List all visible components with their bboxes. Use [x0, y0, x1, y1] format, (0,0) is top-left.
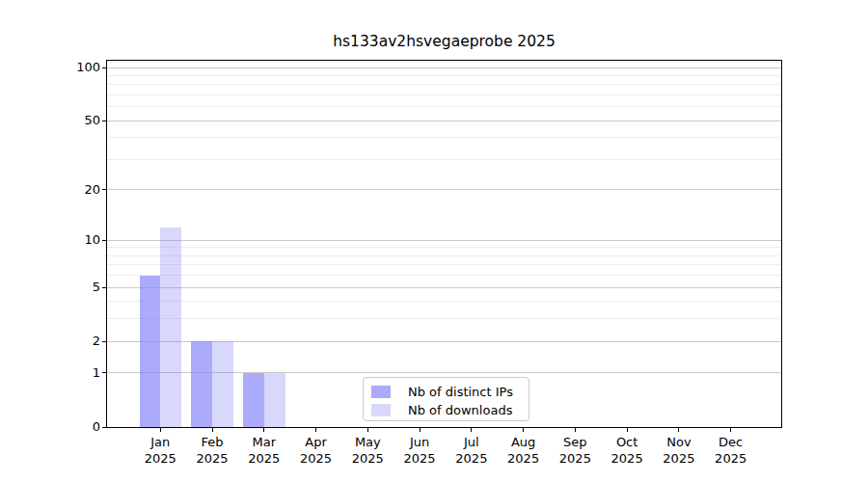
x-tick — [212, 428, 213, 432]
x-tick-month: Feb — [182, 434, 242, 450]
x-tick-year: 2025 — [338, 450, 397, 467]
x-tick-label: Dec2025 — [701, 434, 761, 467]
x-tick-label: Oct2025 — [597, 434, 657, 467]
x-tick — [263, 428, 264, 432]
x-tick-year: 2025 — [234, 450, 294, 467]
y-tick-label: 20 — [42, 181, 100, 199]
gridline-major — [107, 67, 781, 68]
x-tick — [523, 428, 524, 432]
x-tick-month: Nov — [649, 434, 709, 450]
x-tick — [367, 428, 368, 432]
x-tick — [315, 428, 316, 432]
x-tick-label: Aug2025 — [494, 434, 554, 467]
gridline-minor — [107, 255, 781, 256]
gridline-minor — [107, 301, 781, 302]
x-tick — [575, 428, 576, 432]
y-tick — [102, 67, 106, 68]
y-tick — [102, 240, 106, 241]
legend-swatch-downloads — [371, 404, 391, 416]
y-tick-label: 50 — [42, 112, 100, 129]
legend-swatch-distinct-ips — [371, 386, 391, 398]
legend-label-distinct-ips: Nb of distinct IPs — [408, 385, 513, 399]
x-tick-month: Jun — [390, 434, 449, 450]
gridline-minor — [107, 247, 781, 248]
bar-downloads — [212, 341, 233, 427]
y-tick — [102, 189, 106, 190]
x-tick — [160, 428, 161, 432]
y-tick-label: 10 — [42, 231, 100, 249]
gridline-major — [107, 189, 781, 190]
x-tick-year: 2025 — [130, 450, 190, 467]
x-tick — [420, 428, 420, 432]
bar-distinct-ips — [243, 373, 264, 427]
x-tick — [678, 428, 679, 432]
x-tick-year: 2025 — [442, 450, 502, 467]
legend-entry-downloads: Nb of downloads — [371, 402, 523, 418]
x-tick-label: Nov2025 — [649, 434, 709, 467]
gridline-minor — [107, 106, 781, 107]
legend: Nb of distinct IPs Nb of downloads — [363, 377, 529, 421]
plot-area — [106, 60, 782, 428]
x-tick — [627, 428, 628, 432]
gridline-minor — [107, 75, 781, 76]
y-tick — [102, 287, 106, 288]
gridline-major — [107, 287, 781, 288]
x-tick — [471, 428, 472, 432]
x-tick-month: Oct — [597, 434, 657, 450]
x-tick-label: Jun2025 — [390, 434, 449, 467]
x-tick-year: 2025 — [286, 450, 346, 467]
x-tick-year: 2025 — [390, 450, 449, 467]
x-tick-label: Sep2025 — [545, 434, 605, 467]
x-tick-month: Sep — [545, 434, 605, 450]
x-tick-year: 2025 — [182, 450, 242, 467]
gridline-minor — [107, 318, 781, 319]
x-tick-label: Jan2025 — [130, 434, 190, 467]
gridline-major — [107, 240, 781, 241]
x-tick-month: Mar — [234, 434, 294, 450]
bar-downloads — [160, 228, 181, 427]
y-tick-label: 5 — [42, 279, 100, 296]
x-tick-month: Jan — [130, 434, 190, 450]
x-tick-label: May2025 — [338, 434, 397, 467]
x-tick-year: 2025 — [545, 450, 605, 467]
x-tick-month: May — [338, 434, 397, 450]
x-tick-month: Dec — [701, 434, 761, 450]
y-tick — [102, 341, 106, 342]
x-tick-month: Apr — [286, 434, 346, 450]
gridline-major — [107, 120, 781, 121]
bar-distinct-ips — [191, 341, 212, 427]
x-tick-label: Mar2025 — [234, 434, 294, 467]
chart-title: hs133av2hsvegaeprobe 2025 — [106, 33, 782, 50]
x-tick-year: 2025 — [649, 450, 709, 467]
y-tick-label: 100 — [42, 59, 100, 76]
y-tick-label: 0 — [42, 418, 100, 436]
x-tick-year: 2025 — [597, 450, 657, 467]
y-tick-label: 2 — [42, 333, 100, 350]
gridline-minor — [107, 137, 781, 138]
x-tick-year: 2025 — [494, 450, 554, 467]
legend-entry-distinct-ips: Nb of distinct IPs — [371, 384, 523, 400]
legend-label-downloads: Nb of downloads — [408, 403, 512, 417]
gridline-minor — [107, 84, 781, 85]
y-tick — [102, 427, 106, 428]
x-tick-label: Apr2025 — [286, 434, 346, 467]
bar-distinct-ips — [140, 276, 161, 427]
x-tick-month: Aug — [494, 434, 554, 450]
y-tick — [102, 120, 106, 121]
gridline-minor — [107, 264, 781, 265]
gridline-minor — [107, 94, 781, 95]
bar-downloads — [264, 373, 285, 427]
gridline-minor — [107, 159, 781, 160]
x-tick-label: Jul2025 — [442, 434, 502, 467]
figure: hs133av2hsvegaeprobe 2025 1005020105210J… — [0, 0, 868, 482]
x-tick — [730, 428, 731, 432]
x-tick-label: Feb2025 — [182, 434, 242, 467]
y-tick-label: 1 — [42, 364, 100, 382]
gridline-minor — [107, 275, 781, 276]
x-tick-month: Jul — [442, 434, 502, 450]
x-tick-year: 2025 — [701, 450, 761, 467]
y-tick — [102, 372, 106, 373]
